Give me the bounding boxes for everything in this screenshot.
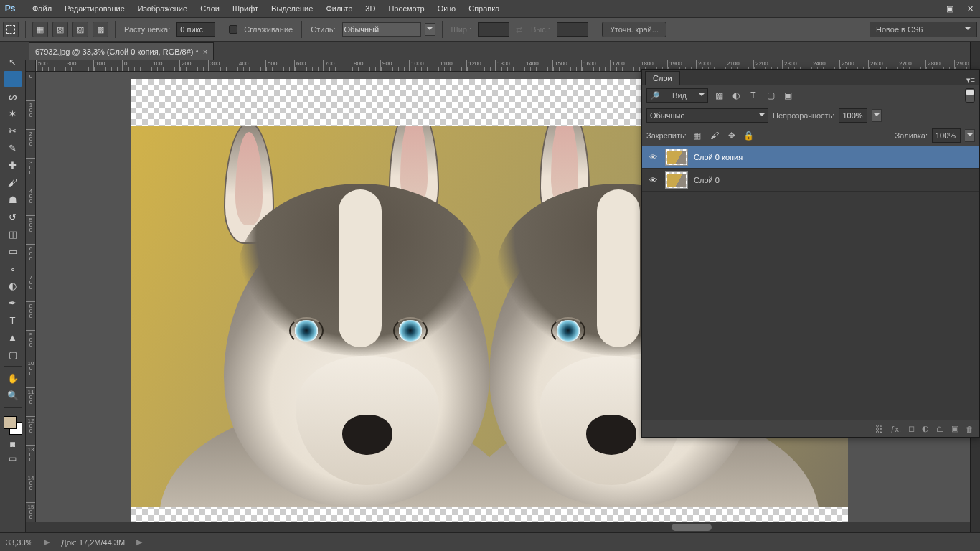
status-menu-icon[interactable]: ▶: [136, 537, 142, 547]
fill-label: Заливка:: [895, 131, 928, 140]
filter-type-icon[interactable]: T: [747, 90, 760, 101]
opacity-input[interactable]: 100%: [839, 108, 867, 123]
lock-position-icon[interactable]: ✥: [725, 130, 738, 141]
lock-transparency-icon[interactable]: ▦: [691, 130, 704, 141]
lock-paint-icon[interactable]: 🖌: [708, 130, 721, 141]
layer-mask-icon[interactable]: ◻: [908, 424, 915, 433]
filter-pixel-icon[interactable]: ▩: [712, 90, 725, 101]
chevron-down-icon: [965, 24, 971, 34]
layer-filter-select[interactable]: 🔎 Вид: [646, 88, 708, 103]
ruler-tick: 200: [179, 60, 208, 72]
fx-icon[interactable]: ƒx.: [890, 425, 901, 433]
height-label: Выс.:: [529, 25, 552, 34]
ruler-tick: 700: [323, 60, 352, 72]
app-logo-icon: Ps: [1, 1, 19, 16]
layer-thumbnail[interactable]: [665, 171, 688, 189]
workspace-value: Новое в CS6: [876, 25, 923, 34]
minimize-icon[interactable]: ─: [920, 1, 940, 17]
new-selection-button[interactable]: ▦: [32, 22, 48, 37]
menu-image[interactable]: Изображение: [131, 2, 194, 15]
style-select[interactable]: Обычный: [342, 22, 421, 37]
layers-tab[interactable]: Слои: [645, 71, 680, 85]
close-icon[interactable]: ✕: [960, 1, 980, 17]
visibility-icon[interactable]: 👁: [646, 151, 659, 164]
status-menu-icon[interactable]: ▶: [44, 537, 50, 547]
menu-window[interactable]: Окно: [431, 2, 463, 15]
ruler-tick: 100: [93, 60, 122, 72]
chevron-down-icon: [699, 90, 705, 100]
menu-help[interactable]: Справка: [462, 2, 506, 15]
ruler-tick: 1500: [552, 60, 581, 72]
ruler-tick: 1000: [409, 60, 438, 72]
blend-mode-value: Обычные: [650, 111, 685, 120]
opacity-label: Непрозрачность:: [773, 111, 834, 120]
layer-row[interactable]: 👁 Слой 0: [642, 169, 979, 192]
maximize-icon[interactable]: ▣: [940, 1, 960, 17]
close-icon[interactable]: ×: [203, 47, 207, 56]
layer-list: 👁 Слой 0 копия 👁 Слой 0: [642, 146, 979, 420]
menu-file[interactable]: Файл: [26, 2, 58, 15]
doc-size-label: Док:: [61, 538, 77, 547]
new-layer-icon[interactable]: ▣: [951, 424, 958, 433]
panel-menu-icon[interactable]: ▾≡: [962, 75, 979, 85]
ruler-tick: 300: [65, 60, 93, 72]
ruler-tick: 300: [208, 60, 237, 72]
menu-type[interactable]: Шрифт: [226, 2, 265, 15]
horizontal-scrollbar[interactable]: [26, 522, 970, 532]
scrollbar-thumb[interactable]: [672, 524, 712, 531]
visibility-icon[interactable]: 👁: [646, 174, 659, 187]
width-input: [478, 22, 509, 37]
document-tab[interactable]: 67932.jpg @ 33,3% (Слой 0 копия, RGB/8#)…: [29, 42, 214, 60]
layers-panel: Слои ▾≡ 🔎 Вид ▩ ◐ T ▢ ▣ Обычные Непрозра…: [641, 69, 980, 438]
sub-selection-button[interactable]: ▨: [72, 22, 88, 37]
menu-select[interactable]: Выделение: [265, 2, 319, 15]
layer-group-icon[interactable]: 🗀: [936, 425, 944, 433]
refine-edge-button[interactable]: Уточн. край...: [602, 22, 666, 37]
ruler-tick: 1300: [495, 60, 524, 72]
filter-shape-icon[interactable]: ▢: [764, 90, 777, 101]
ruler-tick: 900: [380, 60, 409, 72]
tool-preset-button[interactable]: [3, 22, 19, 37]
ruler-tick: 1700: [610, 60, 639, 72]
options-bar: ▦ ▧ ▨ ▩ Растушевка: Сглаживание Стиль: О…: [0, 17, 980, 42]
layer-row[interactable]: 👁 Слой 0 копия: [642, 146, 979, 169]
delete-layer-icon[interactable]: 🗑: [966, 425, 974, 433]
ruler-tick: 1100: [438, 60, 466, 72]
menu-filter[interactable]: Фильтр: [319, 2, 359, 15]
document-tab-title: 67932.jpg @ 33,3% (Слой 0 копия, RGB/8#)…: [35, 47, 199, 56]
ruler-tick: 100: [151, 60, 179, 72]
menu-3d[interactable]: 3D: [359, 2, 382, 15]
link-layers-icon[interactable]: ⛓: [875, 425, 883, 433]
zoom-level[interactable]: 33,33%: [6, 538, 32, 547]
document-tabs: 67932.jpg @ 33,3% (Слой 0 копия, RGB/8#)…: [0, 42, 980, 60]
antialias-checkbox[interactable]: [229, 25, 237, 34]
antialias-label: Сглаживание: [242, 25, 295, 34]
chevron-down-icon: [759, 110, 765, 121]
workspace-select[interactable]: Новое в CS6: [870, 22, 977, 37]
blend-mode-select[interactable]: Обычные: [646, 108, 768, 123]
menu-view[interactable]: Просмотр: [382, 2, 430, 15]
filter-toggle[interactable]: [965, 88, 975, 103]
chevron-down-icon[interactable]: [965, 129, 975, 142]
layer-thumbnail[interactable]: [665, 149, 688, 166]
ruler-origin[interactable]: [26, 60, 36, 72]
layer-name[interactable]: Слой 0: [694, 176, 720, 184]
lock-all-icon[interactable]: 🔒: [743, 130, 755, 141]
fill-input[interactable]: 100%: [932, 128, 961, 143]
intersect-selection-button[interactable]: ▩: [93, 22, 108, 37]
search-icon: 🔎: [650, 91, 660, 100]
filter-smart-icon[interactable]: ▣: [781, 90, 794, 101]
ruler-tick: 600: [294, 60, 323, 72]
menu-edit[interactable]: Редактирование: [58, 2, 131, 15]
filter-adjust-icon[interactable]: ◐: [730, 90, 743, 101]
chevron-down-icon[interactable]: [872, 109, 882, 122]
ruler-tick: 0: [122, 60, 151, 72]
chevron-down-icon[interactable]: [425, 23, 435, 36]
adjustment-layer-icon[interactable]: ◐: [922, 424, 929, 433]
menu-layers[interactable]: Слои: [194, 2, 226, 15]
add-selection-button[interactable]: ▧: [52, 22, 68, 37]
layer-name[interactable]: Слой 0 копия: [694, 153, 743, 161]
feather-input[interactable]: [176, 22, 215, 37]
width-label: Шир.:: [449, 25, 473, 34]
ruler-tick: 1600: [581, 60, 610, 72]
